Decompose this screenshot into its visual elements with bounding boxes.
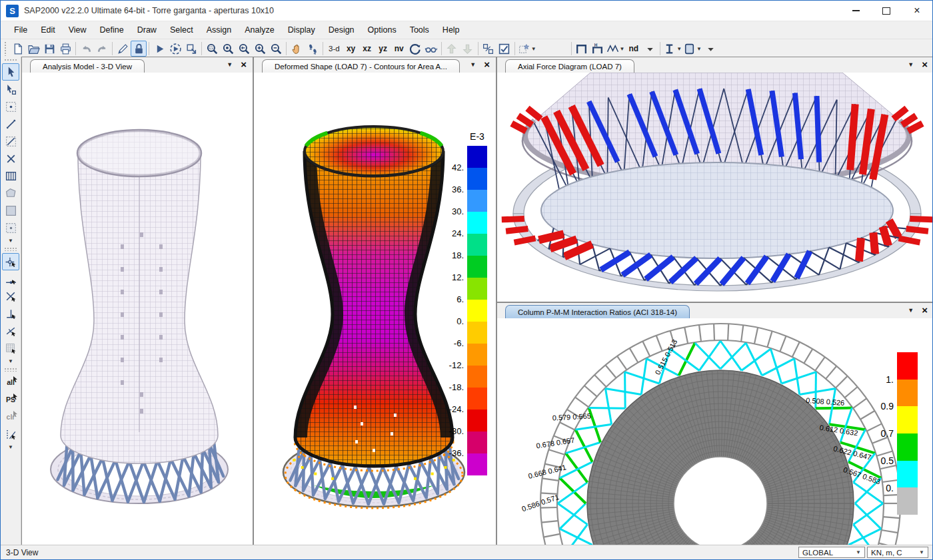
menu-edit[interactable]: Edit	[34, 21, 62, 39]
viewport-menu-caret-icon[interactable]: ▼	[227, 61, 233, 68]
area-section-button[interactable]: ▼	[682, 41, 702, 57]
move-up-in-list-button[interactable]	[444, 41, 460, 57]
previous-zoom-button[interactable]	[236, 41, 252, 57]
lock-model-button[interactable]	[131, 41, 147, 57]
view-3d-button[interactable]: 3-d	[325, 41, 343, 57]
clear-selection-button[interactable]: clr	[2, 408, 19, 425]
toolbar-grip[interactable]	[4, 59, 17, 62]
menu-draw[interactable]: Draw	[131, 21, 163, 39]
quick-draw-area-button[interactable]	[2, 219, 19, 236]
snap-to-intersections-button[interactable]	[2, 288, 19, 305]
quick-draw-braces-button[interactable]	[2, 150, 19, 167]
maximize-button[interactable]	[871, 1, 902, 21]
move-down-in-list-button[interactable]	[460, 41, 476, 57]
select-more-caret[interactable]: ▼	[8, 443, 13, 451]
snap-to-midpoints-button[interactable]	[2, 270, 19, 288]
new-model-button[interactable]	[9, 41, 25, 57]
snap-to-edges-button[interactable]	[2, 322, 19, 340]
menu-view[interactable]: View	[62, 21, 93, 39]
section-options-caret[interactable]	[702, 41, 718, 57]
viewport-close-icon[interactable]: ×	[922, 59, 928, 69]
draw-options-caret[interactable]	[642, 41, 658, 57]
open-file-button[interactable]	[25, 41, 41, 57]
deformed-shape-canvas[interactable]: E-342.36.30.24.18.12.6.0.-6.-12.-18.-24.…	[254, 73, 496, 546]
status-bar: 3-D View GLOBAL ▼ KN, m, C ▼	[1, 545, 932, 559]
model-alive-button[interactable]	[183, 41, 199, 57]
restore-full-view-button[interactable]	[220, 41, 236, 57]
redo-button[interactable]	[94, 41, 110, 57]
snap-to-perpendicular-button[interactable]	[2, 305, 19, 322]
legend-band	[897, 433, 918, 461]
draw-rect-area-button[interactable]	[2, 202, 19, 219]
menu-display[interactable]: Display	[281, 21, 322, 39]
viewport-menu-caret-icon[interactable]: ▼	[908, 307, 914, 314]
run-analysis-options-button[interactable]	[167, 41, 183, 57]
frame-section-button[interactable]: ▼	[662, 41, 682, 57]
analysis-model-canvas[interactable]	[22, 73, 253, 546]
nd-view-button[interactable]: nd	[625, 41, 642, 57]
coordinate-system-select[interactable]: GLOBAL ▼	[798, 547, 865, 558]
viewport-title: Analysis Model - 3-D View	[43, 63, 132, 71]
menu-select[interactable]: Select	[163, 21, 200, 39]
axial-force-canvas[interactable]	[497, 73, 933, 302]
menu-assign[interactable]: Assign	[200, 21, 239, 39]
select-all-button[interactable]: all	[2, 374, 19, 391]
snap-to-joints-button[interactable]	[2, 253, 19, 270]
assign-display-button[interactable]: ▼	[517, 41, 537, 57]
draw-special-joint-button[interactable]	[2, 98, 19, 115]
menu-help[interactable]: Help	[436, 21, 467, 39]
close-button[interactable]: ×	[902, 1, 932, 21]
menu-tools[interactable]: Tools	[403, 21, 436, 39]
select-pointer-button[interactable]	[2, 63, 19, 81]
set-display-options-button[interactable]	[496, 41, 512, 57]
rotate-3d-view-button[interactable]	[407, 41, 423, 57]
walkthrough-button[interactable]	[305, 41, 321, 57]
view-nv-button[interactable]: nv	[391, 41, 407, 57]
viewport-close-icon[interactable]: ×	[484, 59, 490, 69]
viewport-tab-analysis-model[interactable]: Analysis Model - 3-D View	[30, 59, 145, 73]
snap-more-caret[interactable]: ▼	[8, 357, 13, 366]
viewport-tab-axial-force[interactable]: Axial Force Diagram (LOAD 7)	[505, 59, 634, 73]
viewport-menu-caret-icon[interactable]: ▼	[470, 61, 476, 68]
undo-button[interactable]	[78, 41, 94, 57]
draw-cable-button[interactable]: ▼	[606, 41, 626, 57]
menu-file[interactable]: File	[7, 21, 34, 39]
save-button[interactable]	[41, 41, 57, 57]
menu-analyze[interactable]: Analyze	[238, 21, 281, 39]
menu-define[interactable]: Define	[93, 21, 131, 39]
toolbar-grip[interactable]	[4, 41, 7, 56]
viewport-tab-deformed-shape[interactable]: Deformed Shape (LOAD 7) - Contours for A…	[262, 59, 460, 73]
viewport-close-icon[interactable]: ×	[922, 305, 928, 315]
reshape-element-button[interactable]	[2, 81, 19, 98]
zoom-in-button[interactable]	[252, 41, 268, 57]
units-select[interactable]: KN, m, C ▼	[867, 547, 928, 558]
deselect-groups-button[interactable]	[2, 425, 19, 443]
rubber-band-zoom-button[interactable]	[204, 41, 220, 57]
zoom-out-button[interactable]	[268, 41, 284, 57]
run-analysis-button[interactable]	[151, 41, 167, 57]
object-shrink-toggle-button[interactable]	[480, 41, 496, 57]
viewport-tab-pmm-ratios[interactable]: Column P-M-M Interaction Ratios (ACI 318…	[505, 305, 690, 319]
snap-to-fine-grid-button[interactable]	[2, 340, 19, 357]
quick-draw-secondary-beams-button[interactable]	[2, 167, 19, 184]
viewport-close-icon[interactable]: ×	[241, 59, 247, 69]
quick-draw-frame-button[interactable]	[2, 133, 19, 150]
modify-draw-button[interactable]	[115, 41, 131, 57]
view-yz-button[interactable]: yz	[375, 41, 391, 57]
draw-more-caret[interactable]: ▼	[8, 236, 13, 245]
view-xz-button[interactable]: xz	[359, 41, 375, 57]
draw-frame-element-button[interactable]	[2, 115, 19, 133]
viewport-menu-caret-icon[interactable]: ▼	[908, 61, 914, 68]
previous-selection-button[interactable]: PS	[2, 391, 19, 408]
draw-braced-frame-button[interactable]: H	[590, 41, 606, 57]
menu-options[interactable]: Options	[361, 21, 403, 39]
print-button[interactable]	[57, 41, 73, 57]
view-xy-button[interactable]: xy	[343, 41, 359, 57]
pmm-ratios-canvas[interactable]: 0.515 0.5130.579 0.5650.678 0.6570.668 0…	[497, 318, 933, 546]
menu-design[interactable]: Design	[322, 21, 361, 39]
draw-frame-button[interactable]	[574, 41, 590, 57]
minimize-button[interactable]	[840, 1, 871, 21]
pan-button[interactable]	[289, 41, 305, 57]
perspective-toggle-button[interactable]	[423, 41, 439, 57]
draw-poly-area-button[interactable]	[2, 184, 19, 202]
